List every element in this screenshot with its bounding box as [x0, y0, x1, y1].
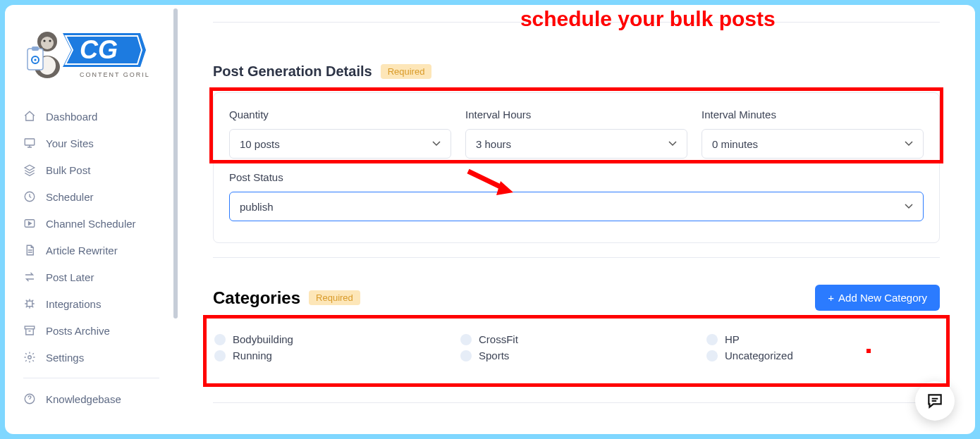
swap-icon — [23, 271, 36, 283]
interval-hours-select[interactable]: 3 hours — [465, 129, 687, 159]
sidebar-item-channel-scheduler[interactable]: Channel Scheduler — [15, 210, 168, 237]
sidebar-item-label: Article Rewriter — [46, 245, 118, 256]
radio-icon — [214, 350, 226, 361]
sidebar-item-label: Bulk Post — [46, 164, 90, 176]
sidebar-item-dashboard[interactable]: Dashboard — [15, 103, 168, 130]
chat-icon — [926, 392, 944, 410]
annotation-cursor-dot — [866, 349, 871, 353]
archive-icon — [23, 324, 36, 337]
category-label: Running — [233, 350, 272, 361]
chip-icon — [23, 297, 36, 310]
sidebar-item-posts-archive[interactable]: Posts Archive — [15, 317, 168, 344]
svg-point-3 — [41, 37, 54, 49]
plus-icon: + — [828, 292, 834, 304]
monitor-icon — [23, 137, 36, 149]
sidebar-item-label: Knowledgebase — [46, 393, 121, 405]
post-status-select[interactable]: publish — [229, 192, 924, 221]
sidebar-item-label: Channel Scheduler — [46, 218, 136, 230]
category-label: Sports — [479, 350, 509, 361]
sidebar-divider — [23, 378, 159, 378]
sidebar-item-label: Settings — [46, 352, 84, 364]
required-badge: Required — [309, 290, 360, 305]
layers-icon — [23, 163, 36, 176]
svg-rect-12 — [25, 139, 35, 145]
post-gen-panel: Quantity 10 posts Interval Hours 3 hours… — [213, 92, 940, 243]
category-option-uncategorized[interactable]: Uncategorized — [706, 350, 938, 361]
quantity-field: Quantity 10 posts — [229, 109, 451, 159]
svg-rect-7 — [32, 47, 39, 51]
annotation-arrow — [467, 167, 516, 202]
category-label: Bodybuilding — [233, 333, 293, 345]
sidebar-item-label: Posts Archive — [46, 325, 110, 337]
interval-minutes-select[interactable]: 0 minutes — [702, 129, 924, 159]
radio-icon — [706, 334, 718, 345]
svg-rect-15 — [27, 301, 32, 307]
svg-point-9 — [34, 58, 36, 61]
interval-hours-field: Interval Hours 3 hours — [465, 109, 687, 159]
post-status-label: Post Status — [229, 171, 924, 183]
sidebar-item-your-sites[interactable]: Your Sites — [15, 130, 168, 156]
app-frame: CG CONTENT GORILLA Dashboard Your Sites … — [5, 5, 975, 434]
radio-icon — [706, 350, 718, 361]
quantity-select[interactable]: 10 posts — [229, 129, 451, 159]
help-icon — [23, 392, 36, 405]
category-option-sports[interactable]: Sports — [460, 350, 692, 361]
add-category-label: Add New Category — [838, 292, 927, 304]
sidebar-item-label: Dashboard — [46, 111, 97, 123]
svg-rect-16 — [25, 326, 35, 329]
categories-grid: Bodybuilding CrossFit HP Running Sports … — [213, 323, 940, 381]
section-divider — [213, 257, 940, 258]
sidebar: CG CONTENT GORILLA Dashboard Your Sites … — [5, 5, 178, 434]
category-label: Uncategorized — [725, 350, 793, 361]
svg-text:CG: CG — [80, 35, 118, 64]
sidebar-item-settings[interactable]: Settings — [15, 344, 168, 371]
section-divider — [213, 402, 940, 403]
post-gen-title: Post Generation Details — [213, 63, 372, 80]
interval-minutes-label: Interval Minutes — [702, 109, 924, 120]
sidebar-item-integrations[interactable]: Integrations — [15, 290, 168, 317]
sidebar-item-article-rewriter[interactable]: Article Rewriter — [15, 237, 168, 264]
radio-icon — [214, 334, 226, 345]
sidebar-item-knowledgebase[interactable]: Knowledgebase — [15, 385, 168, 412]
categories-header: Categories Required + Add New Category — [213, 285, 940, 311]
radio-icon — [460, 334, 472, 345]
sidebar-nav: Dashboard Your Sites Bulk Post Scheduler… — [5, 100, 178, 415]
brand-logo: CG CONTENT GORILLA — [5, 18, 178, 100]
clock-icon — [23, 190, 36, 203]
post-status-field: Post Status publish — [229, 171, 924, 221]
gear-icon — [23, 351, 36, 364]
annotation-headline: schedule your bulk posts — [520, 7, 776, 31]
category-option-hp[interactable]: HP — [706, 333, 938, 345]
category-option-crossfit[interactable]: CrossFit — [460, 333, 692, 345]
svg-point-4 — [43, 39, 45, 42]
chat-widget-button[interactable] — [915, 381, 955, 421]
svg-text:CONTENT GORILLA: CONTENT GORILLA — [80, 71, 149, 78]
required-badge: Required — [381, 64, 432, 79]
sidebar-item-scheduler[interactable]: Scheduler — [15, 183, 168, 210]
sidebar-item-post-later[interactable]: Post Later — [15, 264, 168, 290]
radio-icon — [460, 350, 472, 361]
play-box-icon — [23, 217, 36, 230]
categories-title: Categories — [213, 288, 300, 308]
sidebar-item-label: Post Later — [46, 271, 94, 283]
sidebar-item-label: Your Sites — [46, 137, 94, 149]
category-option-bodybuilding[interactable]: Bodybuilding — [214, 333, 446, 345]
main-content: schedule your bulk posts Post Generation… — [178, 5, 975, 434]
post-gen-header: Post Generation Details Required — [213, 63, 940, 80]
document-icon — [23, 244, 36, 256]
category-label: CrossFit — [479, 333, 518, 345]
add-new-category-button[interactable]: + Add New Category — [815, 285, 940, 311]
sidebar-item-bulk-post[interactable]: Bulk Post — [15, 156, 168, 183]
svg-point-17 — [28, 356, 32, 359]
interval-hours-label: Interval Hours — [465, 109, 687, 120]
quantity-label: Quantity — [229, 109, 451, 120]
category-label: HP — [725, 333, 740, 345]
interval-minutes-field: Interval Minutes 0 minutes — [702, 109, 924, 159]
house-icon — [23, 110, 36, 123]
category-option-running[interactable]: Running — [214, 350, 446, 361]
svg-point-5 — [49, 39, 51, 42]
sidebar-item-label: Scheduler — [46, 191, 94, 203]
sidebar-item-label: Integrations — [46, 298, 101, 310]
